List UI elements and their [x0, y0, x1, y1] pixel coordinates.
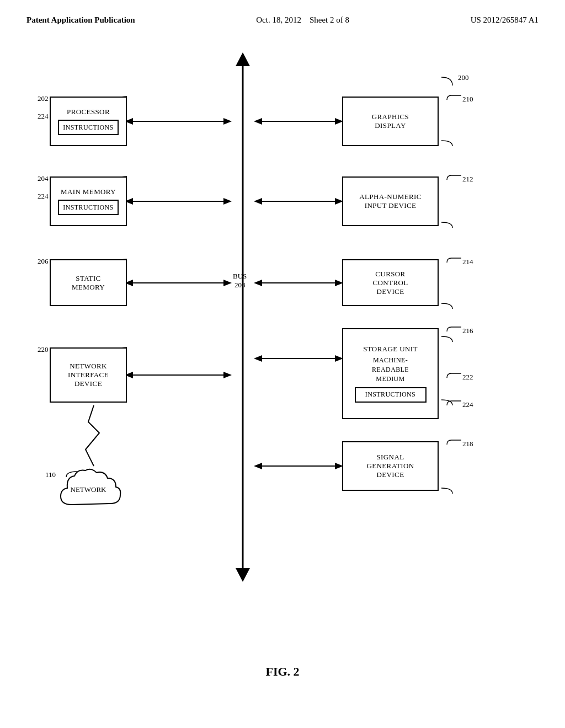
header-sheet: Sheet 2 of 8 — [310, 15, 349, 24]
ref-224-memory: 224 — [38, 192, 49, 201]
svg-marker-2 — [236, 568, 250, 582]
svg-marker-29 — [254, 463, 262, 469]
static-memory-label: STATICMEMORY — [72, 274, 105, 292]
graphics-display-box: GRAPHICSDISPLAY — [342, 97, 439, 146]
main-memory-label: MAIN MEMORY — [61, 188, 116, 196]
graphics-display-label: GRAPHICSDISPLAY — [372, 113, 409, 130]
signal-generation-box: SIGNALGENERATIONDEVICE — [342, 441, 439, 491]
storage-instructions-text: INSTRUCTIONS — [365, 390, 415, 399]
processor-instructions-box: INSTRUCTIONS — [58, 120, 119, 135]
static-memory-box: STATICMEMORY — [50, 259, 127, 306]
header-date: Oct. 18, 2012 — [256, 15, 301, 24]
ref-212: 212 — [446, 174, 473, 185]
page-header: Patent Application Publication Oct. 18, … — [0, 0, 565, 25]
ref-204: 204 — [38, 174, 49, 183]
storage-instructions-box: INSTRUCTIONS — [355, 387, 427, 403]
network-interface-box: NETWORKINTERFACEDEVICE — [50, 347, 127, 403]
network-interface-label: NETWORKINTERFACEDEVICE — [68, 362, 109, 388]
ref-202: 202 — [38, 94, 49, 103]
signal-generation-label: SIGNALGENERATIONDEVICE — [366, 453, 414, 479]
svg-marker-1 — [236, 52, 250, 66]
ref-222: 222 — [446, 372, 473, 383]
machine-readable-label: MACHINE-READABLEMEDIUM — [372, 356, 409, 383]
ref-220: 220 — [38, 345, 49, 354]
processor-instructions-text: INSTRUCTIONS — [63, 124, 113, 132]
svg-marker-8 — [254, 118, 262, 125]
ref-216: 216 — [446, 326, 473, 337]
svg-marker-22 — [223, 372, 232, 378]
alpha-numeric-label: ALPHA-NUMERICINPUT DEVICE — [359, 192, 422, 210]
alpha-numeric-box: ALPHA-NUMERICINPUT DEVICE — [342, 176, 439, 226]
processor-box: PROCESSOR INSTRUCTIONS — [50, 97, 127, 146]
ref-224-storage: 224 — [446, 400, 473, 411]
header-date-sheet: Oct. 18, 2012 Sheet 2 of 8 — [256, 15, 349, 25]
storage-unit-box: STORAGE UNIT MACHINE-READABLEMEDIUM INST… — [342, 328, 439, 419]
network-text: NETWORK — [66, 485, 110, 494]
processor-label: PROCESSOR — [67, 108, 110, 116]
main-memory-instructions-text: INSTRUCTIONS — [63, 204, 113, 212]
svg-marker-14 — [254, 198, 262, 205]
header-patent-number: US 2012/265847 A1 — [471, 15, 539, 25]
cursor-control-box: CURSORCONTROLDEVICE — [342, 259, 439, 306]
ref-218: 218 — [446, 439, 473, 450]
ref-224-processor: 224 — [38, 112, 49, 121]
main-memory-instructions-box: INSTRUCTIONS — [58, 200, 119, 215]
ref-214: 214 — [446, 257, 473, 268]
svg-marker-4 — [223, 118, 232, 125]
ref-110: 110 — [45, 470, 56, 479]
ref-200: 200 — [458, 73, 469, 82]
main-memory-box: MAIN MEMORY INSTRUCTIONS — [50, 176, 127, 226]
storage-unit-label: STORAGE UNIT — [363, 345, 418, 354]
bus-label: BUS208 — [233, 272, 247, 290]
svg-marker-20 — [254, 280, 262, 286]
svg-marker-16 — [223, 280, 232, 286]
svg-marker-26 — [254, 355, 262, 362]
figure-caption: FIG. 2 — [0, 665, 565, 690]
diagram-area: 200 PROCESSOR INSTRUCTIONS 202 224 MAIN … — [0, 30, 565, 659]
ref-210: 210 — [446, 94, 473, 105]
svg-marker-10 — [223, 198, 232, 205]
ref-206: 206 — [38, 257, 49, 266]
header-publication-label: Patent Application Publication — [26, 15, 135, 25]
cursor-control-label: CURSORCONTROLDEVICE — [372, 270, 408, 296]
